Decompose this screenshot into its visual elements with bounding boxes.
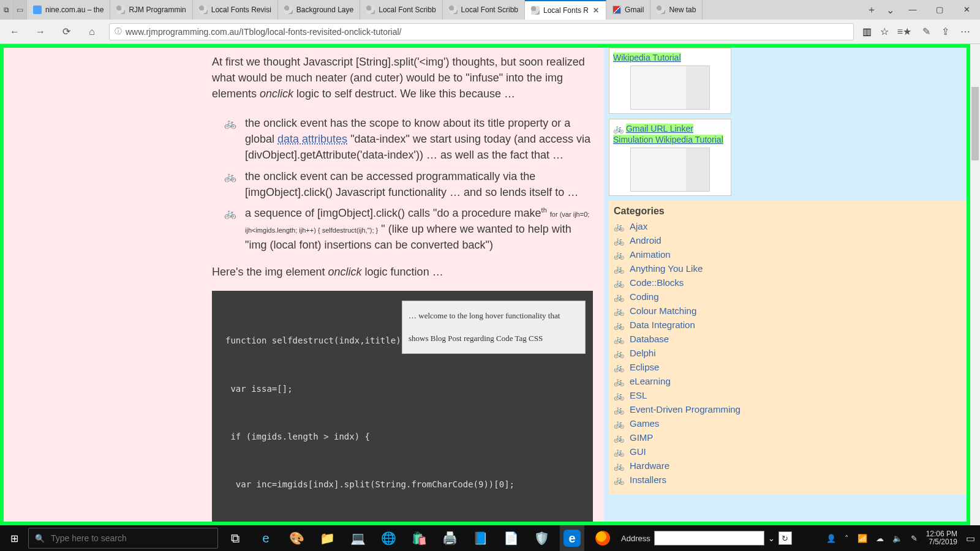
category-item[interactable]: Ajax — [614, 219, 962, 233]
paint-icon[interactable]: 🎨 — [284, 525, 309, 551]
word1-icon[interactable]: 📘 — [468, 525, 492, 551]
category-item[interactable]: Event-Driven Programming — [614, 402, 962, 416]
favorites-hub-icon[interactable]: ≡★ — [897, 26, 911, 37]
onedrive-icon[interactable]: ☁ — [876, 534, 884, 543]
category-link[interactable]: Installers — [630, 474, 666, 485]
category-item[interactable]: Colour Matching — [614, 304, 962, 318]
shield-icon[interactable]: 🛡️ — [529, 525, 554, 551]
url-field[interactable]: ⓘ www.rjmprogramming.com.au/ITblog/local… — [109, 23, 854, 40]
taskbar-search-input[interactable] — [51, 533, 211, 543]
window-maximize-button[interactable]: ▢ — [926, 0, 953, 20]
sidebar-card-1[interactable]: Wikipedia Tutorial — [609, 48, 731, 114]
printer-icon[interactable]: 🖨️ — [437, 525, 462, 551]
tab-7[interactable]: Gmail — [606, 0, 650, 20]
category-item[interactable]: GIMP — [614, 430, 962, 444]
category-link[interactable]: Hardware — [630, 460, 669, 471]
category-link[interactable]: Delphi — [630, 348, 656, 358]
syspanel-left-1[interactable]: ⧉ — [0, 0, 13, 20]
category-link[interactable]: Ajax — [630, 221, 647, 231]
tray-chevron-icon[interactable]: ˄ — [845, 534, 849, 543]
category-item[interactable]: Delphi — [614, 346, 962, 360]
category-link[interactable]: Database — [630, 334, 669, 344]
category-link[interactable]: ESL — [630, 390, 647, 400]
category-link[interactable]: GUI — [630, 446, 646, 457]
home-button[interactable]: ⌂ — [83, 26, 100, 37]
category-link[interactable]: Colour Matching — [630, 305, 696, 316]
category-item[interactable]: Coding — [614, 290, 962, 304]
task-view-icon[interactable]: ⧉ — [223, 525, 247, 551]
tab-2[interactable]: Local Fonts Revisi — [193, 0, 278, 20]
category-item[interactable]: Installers — [614, 473, 962, 487]
favorite-star-icon[interactable]: ☆ — [880, 26, 889, 37]
category-item[interactable]: Database — [614, 332, 962, 346]
category-link[interactable]: Eclipse — [630, 362, 659, 372]
tab-5[interactable]: Local Font Scribb — [443, 0, 525, 20]
category-link[interactable]: Event-Driven Programming — [630, 404, 741, 414]
syspanel-left-2[interactable]: ▭ — [13, 0, 27, 20]
tab-close-icon[interactable]: ✕ — [592, 6, 600, 15]
category-item[interactable]: Eclipse — [614, 360, 962, 374]
category-link[interactable]: Data Integration — [630, 320, 695, 330]
taskbar-address-input[interactable] — [654, 531, 764, 545]
new-tab-button[interactable]: ＋ — [862, 4, 881, 17]
notes-icon[interactable]: ✎ — [922, 26, 930, 37]
firefox-icon[interactable] — [590, 525, 615, 551]
sidebar-card-2[interactable]: Gmail URL Linker Simulation Wikipedia Tu… — [609, 119, 731, 196]
reading-view-icon[interactable]: ▥ — [862, 26, 872, 37]
category-link[interactable]: GIMP — [630, 432, 653, 443]
category-link[interactable]: Games — [630, 418, 659, 429]
window-close-button[interactable]: ✕ — [953, 0, 980, 20]
scroll-thumb[interactable] — [971, 87, 979, 160]
category-item[interactable]: Data Integration — [614, 318, 962, 332]
category-link[interactable]: Code::Blocks — [630, 277, 684, 288]
laptop-icon[interactable]: 💻 — [345, 525, 370, 551]
category-link[interactable]: Anything You Like — [630, 263, 703, 274]
category-item[interactable]: Android — [614, 233, 962, 247]
vertical-scrollbar[interactable] — [970, 44, 980, 525]
edge-icon[interactable]: e — [560, 525, 584, 551]
category-item[interactable]: Games — [614, 416, 962, 430]
chrome-icon[interactable]: 🌐 — [376, 525, 401, 551]
category-item[interactable]: Hardware — [614, 459, 962, 473]
ime-icon[interactable]: ✎ — [911, 534, 918, 543]
taskbar-address-toolbar[interactable]: Address ⌄ ↻ — [621, 531, 792, 545]
start-button[interactable]: ⊞ — [0, 533, 28, 544]
tabs-chevron-icon[interactable]: ⌄ — [881, 4, 899, 16]
tab-0[interactable]: nine.com.au – the — [27, 0, 110, 20]
category-link[interactable]: Animation — [630, 249, 671, 260]
category-item[interactable]: GUI — [614, 444, 962, 459]
ie-icon[interactable]: e — [254, 525, 278, 551]
window-minimize-button[interactable]: — — [899, 0, 926, 20]
sidebar-card-2-link[interactable]: Gmail URL Linker Simulation Wikipedia Tu… — [613, 124, 723, 144]
store-icon[interactable]: 🛍️ — [407, 525, 431, 551]
category-item[interactable]: Code::Blocks — [614, 276, 962, 290]
tab-4[interactable]: Local Font Scribb — [360, 0, 442, 20]
category-item[interactable]: eLearning — [614, 374, 962, 388]
category-link[interactable]: eLearning — [630, 376, 671, 386]
category-item[interactable]: ESL — [614, 388, 962, 402]
category-link[interactable]: Android — [630, 235, 662, 246]
volume-icon[interactable]: 🔈 — [892, 534, 902, 543]
back-button[interactable]: ← — [6, 26, 23, 37]
wifi-icon[interactable]: 📶 — [858, 534, 867, 543]
more-menu-icon[interactable]: ⋯ — [960, 26, 970, 37]
word2-icon[interactable]: 📄 — [499, 525, 523, 551]
category-link[interactable]: Coding — [630, 291, 659, 302]
tab-8[interactable]: New tab — [650, 0, 703, 20]
share-icon[interactable]: ⇪ — [941, 26, 949, 37]
forward-button[interactable]: → — [32, 26, 49, 37]
site-info-icon[interactable]: ⓘ — [115, 26, 122, 37]
category-item[interactable]: Animation — [614, 247, 962, 261]
action-center-icon[interactable]: ▭ — [966, 533, 975, 544]
taskbar-address-go-icon[interactable]: ↻ — [778, 531, 792, 545]
taskbar-address-dropdown-icon[interactable]: ⌄ — [768, 534, 775, 543]
sidebar-card-1-link[interactable]: Wikipedia Tutorial — [613, 53, 681, 62]
tab-1[interactable]: RJM Programmin — [110, 0, 192, 20]
file-explorer-icon[interactable]: 📁 — [315, 525, 339, 551]
tray-clock[interactable]: 12:06 PM 7/5/2019 — [926, 530, 957, 546]
people-icon[interactable]: 👤 — [826, 534, 836, 543]
tab-3[interactable]: Background Laye — [278, 0, 360, 20]
taskbar-search[interactable]: 🔍 — [28, 528, 218, 549]
data-attributes-link[interactable]: data attributes — [277, 133, 347, 145]
category-item[interactable]: Anything You Like — [614, 261, 962, 276]
